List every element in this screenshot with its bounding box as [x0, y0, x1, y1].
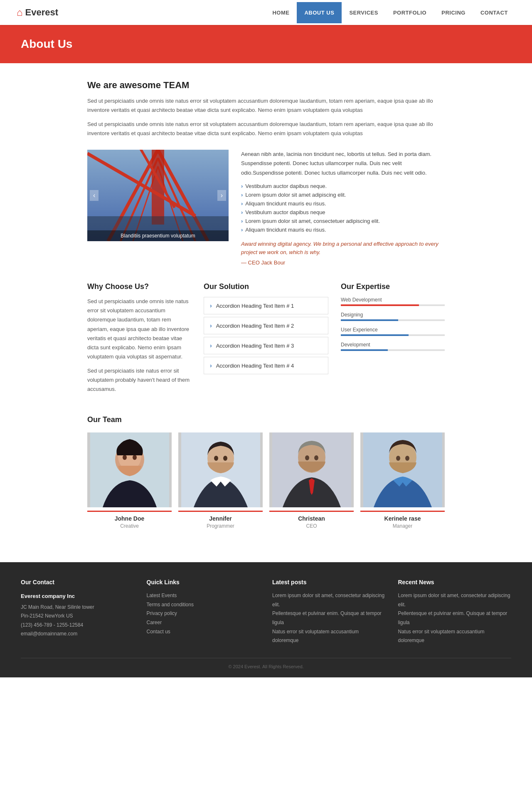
- bullet-2: Lorem ipsum dolor sit amet adipiscing el…: [241, 190, 445, 199]
- skill-ux-name: User Experience: [341, 327, 445, 333]
- solution-col: Our Solution › Accordion Heading Text It…: [204, 282, 328, 399]
- slide-text-right: Aenean nibh ante, lacinia non tincidunt …: [241, 150, 445, 266]
- slide-next[interactable]: ›: [217, 190, 226, 201]
- footer-news-title: Recent News: [398, 579, 512, 585]
- skill-dev-name: Development: [341, 342, 445, 348]
- team-desc-1: Sed ut perspiciaatis unde omnis iste nat…: [87, 96, 445, 115]
- accordion-arrow-2: ›: [210, 322, 212, 329]
- accordion-arrow-4: ›: [210, 362, 212, 369]
- team-card-1: Johne Doe Creative: [87, 432, 172, 529]
- skill-design: Designing: [341, 312, 445, 321]
- bullet-4: Vestibulum auctor dapibus neque: [241, 208, 445, 217]
- skill-dev-bg: [341, 349, 445, 351]
- slide-caption: Blanditiis praesentium voluptatum: [87, 230, 229, 241]
- quote-text: Award winning digital agency. We bring a…: [241, 240, 445, 257]
- accordion-label-4: Accordion Heading Text Item # 4: [216, 363, 294, 369]
- nav-home[interactable]: HOME: [265, 2, 297, 23]
- skill-ux: User Experience: [341, 327, 445, 336]
- skill-design-bg: [341, 319, 445, 321]
- skill-dev-fill: [341, 349, 388, 351]
- team-card-2: Jennifer Programmer: [178, 432, 263, 529]
- nav-links: HOME ABOUT US SERVICES PORTFOLIO PRICING…: [265, 2, 515, 23]
- accordion-item-4[interactable]: › Accordion Heading Text Item # 4: [204, 357, 328, 374]
- skill-dev: Development: [341, 342, 445, 351]
- skill-web-fill: [341, 304, 419, 306]
- footer-contact-title: Our Contact: [21, 579, 134, 585]
- footer-post-1: Lorem ipsum dolor sit amet, consectetur …: [272, 591, 386, 609]
- footer-link-2[interactable]: Terms and conditions: [147, 600, 260, 610]
- footer-link-5[interactable]: Contact us: [147, 627, 260, 637]
- team-card-border-4: [360, 511, 445, 512]
- footer-link-4[interactable]: Career: [147, 618, 260, 627]
- skill-design-name: Designing: [341, 312, 445, 318]
- person-1-svg: [90, 432, 169, 507]
- logo-text: Everest: [25, 7, 59, 18]
- team-card-4: Kerinele rase Manager: [360, 432, 445, 529]
- skill-web: Web Development: [341, 297, 445, 306]
- skill-web-bg: [341, 304, 445, 306]
- bullet-6: Aliquam tincidunt mauris eu risus.: [241, 225, 445, 234]
- footer-post-2: Pellentesque et pulvinar enim. Quisque a…: [272, 609, 386, 627]
- skill-ux-bg: [341, 334, 445, 336]
- footer-link-3[interactable]: Privacy policy: [147, 609, 260, 618]
- footer-link-1[interactable]: Latest Events: [147, 591, 260, 600]
- bullet-list: Vestibulum auctor dapibus neque. Lorem i…: [241, 182, 445, 234]
- accordion-label-3: Accordion Heading Text Item # 3: [216, 343, 294, 349]
- team-section: Our Team: [87, 415, 445, 529]
- team-role-1: Creative: [87, 523, 172, 529]
- footer-links-title: Quick Links: [147, 579, 260, 585]
- slide-prev[interactable]: ‹: [90, 190, 99, 201]
- image-text-section: Blanditiis praesentium voluptatum ‹ › Ae…: [87, 150, 445, 266]
- footer-email[interactable]: email@domainname.com: [21, 630, 134, 639]
- nav-services[interactable]: SERVICES: [342, 2, 386, 23]
- team-heading: We are awesome TEAM: [87, 80, 445, 91]
- nav-contact[interactable]: CONTACT: [473, 2, 515, 23]
- team-name-3: Christean: [269, 515, 354, 522]
- footer-address: JC Main Road, Near Silinle towerPin-2154…: [21, 603, 134, 621]
- footer-company-name: Everest company Inc: [21, 591, 134, 601]
- accordion-item-1[interactable]: › Accordion Heading Text Item # 1: [204, 297, 328, 314]
- footer-post-3: Natus error sit voluptatem accusantium d…: [272, 627, 386, 645]
- footer-news-1: Lorem ipsum dolor sit amet, consectetur …: [398, 591, 512, 609]
- nav-portfolio[interactable]: PORTFOLIO: [386, 2, 434, 23]
- why-desc-2: Sed ut perspiciaatis iste natus error si…: [87, 366, 191, 394]
- footer-links-col: Quick Links Latest Events Terms and cond…: [147, 579, 260, 645]
- slide-image: [87, 150, 229, 241]
- bullet-1: Vestibulum auctor dapibus neque.: [241, 182, 445, 190]
- team-card-border-1: [87, 511, 172, 512]
- main-content: We are awesome TEAM Sed ut perspiciaatis…: [79, 63, 453, 562]
- logo[interactable]: ⌂ Everest: [17, 7, 58, 18]
- hero-title: About Us: [21, 37, 511, 51]
- skill-ux-fill: [341, 334, 409, 336]
- team-photo-2: [178, 432, 263, 507]
- footer-news-3: Natus error sit voluptatem accusantium d…: [398, 627, 512, 645]
- solution-heading: Our Solution: [204, 282, 328, 291]
- footer-posts-title: Latest posts: [272, 579, 386, 585]
- svg-point-22: [314, 455, 318, 460]
- svg-point-21: [305, 455, 309, 460]
- right-para: Aenean nibh ante, lacinia non tincidunt …: [241, 150, 445, 177]
- footer-phone: (123) 456-789 - 1255-12584: [21, 621, 134, 630]
- bridge-svg: [87, 150, 229, 241]
- svg-point-25: [396, 456, 400, 461]
- accordion-item-2[interactable]: › Accordion Heading Text Item # 2: [204, 317, 328, 334]
- footer-news-col: Recent News Lorem ipsum dolor sit amet, …: [398, 579, 512, 645]
- why-desc-1: Sed ut perspiciaatis unde omnis iste nat…: [87, 297, 191, 361]
- nav-pricing[interactable]: PRICING: [434, 2, 473, 23]
- svg-point-26: [405, 456, 409, 461]
- bullet-5: Lorem ipsum dolor sit amet, consectetuer…: [241, 217, 445, 225]
- quote-author: — CEO Jack Bour: [241, 259, 445, 266]
- nav-about[interactable]: ABOUT US: [297, 2, 342, 23]
- team-name-4: Kerinele rase: [360, 515, 445, 522]
- accordion-label-1: Accordion Heading Text Item # 1: [216, 303, 294, 309]
- bullet-3: Aliquam tincidunt mauris eu risus.: [241, 199, 445, 208]
- team-photo-3: [269, 432, 354, 507]
- footer-grid: Our Contact Everest company Inc JC Main …: [21, 579, 511, 645]
- team-name-1: Johne Doe: [87, 515, 172, 522]
- accordion-item-3[interactable]: › Accordion Heading Text Item # 3: [204, 337, 328, 354]
- person-2-svg: [181, 432, 260, 507]
- team-card-border-2: [178, 511, 263, 512]
- svg-point-14: [133, 455, 137, 460]
- navbar: ⌂ Everest HOME ABOUT US SERVICES PORTFOL…: [0, 0, 532, 25]
- team-photo-4: [360, 432, 445, 507]
